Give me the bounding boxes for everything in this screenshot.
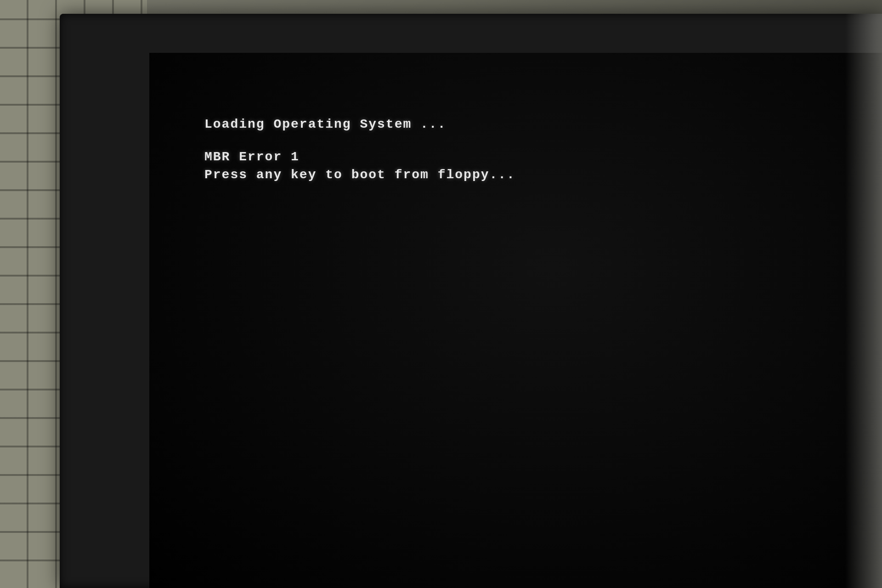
monitor-screen: Loading Operating System ... MBR Error 1… xyxy=(149,53,882,588)
monitor-right-shadow xyxy=(845,14,882,588)
press-any-key-text: Press any key to boot from floppy... xyxy=(204,168,882,182)
monitor-bezel: Loading Operating System ... MBR Error 1… xyxy=(60,14,882,588)
screen-content: Loading Operating System ... MBR Error 1… xyxy=(149,53,882,588)
mbr-error-text: MBR Error 1 xyxy=(204,150,882,164)
loading-os-text: Loading Operating System ... xyxy=(204,117,882,131)
